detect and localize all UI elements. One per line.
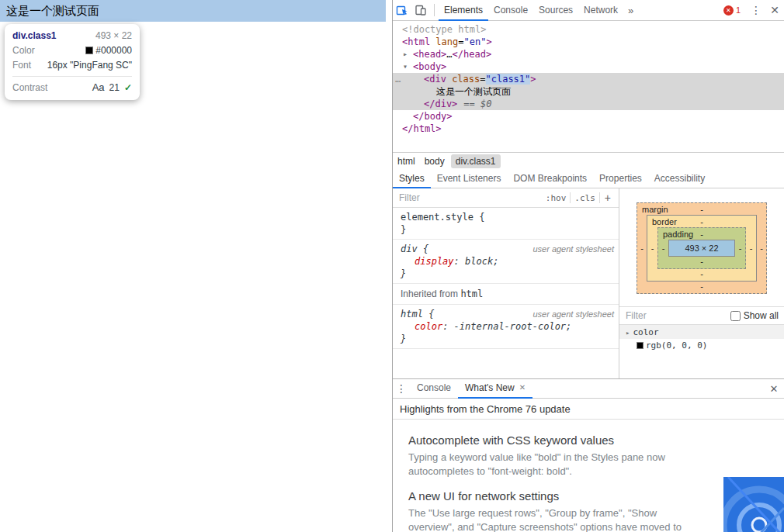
- box-model-border[interactable]: border- - padding- - 493 × 22: [647, 215, 757, 282]
- show-all-toggle[interactable]: Show all: [730, 310, 779, 321]
- drawer-tab-bar: ⋮ Console What's New ✕ ✕: [393, 379, 784, 399]
- tab-console[interactable]: Console: [488, 0, 533, 21]
- box-model-margin[interactable]: margin- - border- - padding-: [637, 202, 767, 294]
- drawer-tab-whats-new[interactable]: What's New ✕: [458, 379, 532, 399]
- tooltip-contrast-label: Contrast: [12, 82, 47, 93]
- inspected-element-highlight[interactable]: 这是一个测试页面: [0, 0, 386, 22]
- inspect-element-icon[interactable]: [393, 1, 411, 19]
- contrast-value: 21: [109, 82, 120, 93]
- drawer-tab-console[interactable]: Console: [410, 379, 458, 399]
- page-div-text: 这是一个测试页面: [6, 4, 99, 17]
- toolbar-separator: [434, 4, 435, 16]
- tooltip-font-value: 16px "PingFang SC": [47, 60, 132, 71]
- gutter-more-icon[interactable]: …: [395, 73, 401, 85]
- breadcrumb-html[interactable]: html: [393, 154, 420, 168]
- color-swatch: [637, 342, 644, 349]
- breadcrumb-body[interactable]: body: [420, 154, 449, 168]
- tab-dom-breakpoints[interactable]: DOM Breakpoints: [507, 169, 593, 188]
- sidebar-tabs: Styles Event Listeners DOM Breakpoints P…: [393, 169, 784, 188]
- color-swatch: [85, 47, 93, 54]
- error-badge[interactable]: ✕ 1: [723, 5, 741, 16]
- computed-value-color: rgb(0, 0, 0): [619, 339, 784, 351]
- tab-elements[interactable]: Elements: [439, 0, 488, 21]
- styles-pane: :hov .cls + element.style { } user agent…: [393, 188, 784, 378]
- inspect-tooltip: div.class1 493 × 22 Color #000000 Font 1…: [5, 24, 140, 100]
- rule-element-style[interactable]: element.style { }: [393, 208, 619, 240]
- tab-properties[interactable]: Properties: [593, 169, 648, 188]
- tooltip-divider: [12, 76, 132, 77]
- rule-html-ua[interactable]: user agent stylesheet html { color: -int…: [393, 305, 619, 349]
- declaration-color[interactable]: color: -internal-root-color;: [401, 320, 614, 333]
- section-body: Typing a keyword value like "bold" in th…: [408, 451, 688, 478]
- tooltip-font-label: Font: [12, 60, 31, 71]
- tree-body-close[interactable]: </body>: [393, 110, 784, 123]
- tree-html-open[interactable]: <html lang="en">: [393, 36, 784, 48]
- drawer-close-icon[interactable]: ✕: [764, 383, 784, 395]
- tree-div-open[interactable]: … <div class="class1">: [393, 73, 784, 85]
- close-tab-icon[interactable]: ✕: [519, 378, 526, 397]
- rule-origin: user agent stylesheet: [532, 308, 614, 320]
- toggle-element-classes-button[interactable]: .cls: [571, 193, 599, 203]
- tree-doctype[interactable]: <!doctype html>: [393, 23, 784, 36]
- drawer: ⋮ Console What's New ✕ ✕ Highlights from…: [393, 378, 784, 532]
- error-count: 1: [736, 5, 741, 15]
- inherited-html-link[interactable]: html: [460, 288, 483, 299]
- styles-filter-input[interactable]: [399, 192, 542, 203]
- rule-div-ua[interactable]: user agent stylesheet div { display: blo…: [393, 240, 619, 284]
- tab-accessibility[interactable]: Accessibility: [648, 169, 711, 188]
- tooltip-dimensions: 493 × 22: [95, 30, 132, 41]
- tree-html-close[interactable]: </html>: [393, 123, 784, 135]
- tab-sources[interactable]: Sources: [533, 0, 578, 21]
- expand-icon[interactable]: ▸: [626, 329, 630, 337]
- box-model-content[interactable]: 493 × 22: [668, 240, 735, 257]
- whats-new-header: Highlights from the Chrome 76 update: [393, 399, 784, 420]
- tab-styles[interactable]: Styles: [393, 169, 431, 188]
- devtools-panel: Elements Console Sources Network » ✕ 1 ⋮…: [392, 0, 784, 532]
- tooltip-color-value: #000000: [95, 45, 132, 56]
- whats-new-content: Autocomplete with CSS keyword values Typ…: [393, 420, 784, 532]
- styles-rules-column: :hov .cls + element.style { } user agent…: [393, 188, 619, 378]
- rule-origin: user agent stylesheet: [532, 243, 614, 255]
- tooltip-contrast-row: Contrast Aa 21 ✓: [12, 81, 132, 93]
- whats-new-artwork: [723, 477, 784, 532]
- inherited-from-header: Inherited from html: [393, 284, 619, 305]
- devtools-menu-icon[interactable]: ⋮: [747, 1, 765, 19]
- tooltip-selector: div.class1: [12, 30, 56, 41]
- computed-property-color[interactable]: ▸ color: [619, 325, 784, 339]
- style-rules-list: element.style { } user agent stylesheet …: [393, 208, 619, 349]
- selected-node-marker: == $0: [463, 98, 491, 109]
- drawer-menu-icon[interactable]: ⋮: [393, 382, 410, 395]
- devtools-close-icon[interactable]: ✕: [765, 1, 784, 19]
- computed-filter-input[interactable]: [626, 310, 730, 321]
- new-style-rule-button[interactable]: +: [600, 192, 616, 204]
- declaration-display[interactable]: display: block;: [401, 255, 614, 268]
- tab-event-listeners[interactable]: Event Listeners: [431, 169, 508, 188]
- breadcrumb: html body div.class1: [393, 152, 784, 169]
- tab-network[interactable]: Network: [578, 0, 623, 21]
- tooltip-font-row: Font 16px "PingFang SC": [12, 60, 132, 71]
- tree-head[interactable]: ▸ <head>…</head>: [393, 48, 784, 60]
- toggle-hover-state-button[interactable]: :hov: [542, 193, 571, 203]
- collapse-icon[interactable]: ▾: [403, 60, 408, 73]
- device-toolbar-icon[interactable]: [411, 1, 430, 19]
- box-model-padding[interactable]: padding- - 493 × 22 - -: [657, 227, 746, 269]
- tree-body-open[interactable]: ▾ <body>: [393, 60, 784, 73]
- computed-sidebar: margin- - border- - padding-: [619, 188, 784, 378]
- more-tabs-icon[interactable]: »: [623, 5, 638, 16]
- contrast-sample: Aa: [92, 81, 105, 93]
- whats-new-section: Autocomplete with CSS keyword values Typ…: [408, 434, 784, 478]
- section-title[interactable]: Autocomplete with CSS keyword values: [408, 434, 784, 447]
- styles-toolbar: :hov .cls +: [393, 188, 619, 208]
- inspect-cursor-icon: [396, 4, 408, 16]
- browser-page: 这是一个测试页面 div.class1 493 × 22 Color #0000…: [0, 0, 392, 532]
- expand-icon[interactable]: ▸: [403, 48, 408, 60]
- show-all-checkbox[interactable]: [730, 311, 741, 321]
- device-icon: [415, 4, 427, 16]
- tree-div-close[interactable]: </div>== $0: [393, 98, 784, 110]
- breadcrumb-div-class1[interactable]: div.class1: [451, 154, 501, 168]
- tooltip-color-label: Color: [12, 45, 35, 56]
- computed-filter-bar: Show all: [619, 306, 784, 325]
- tree-div-text[interactable]: 这是一个测试页面: [393, 85, 784, 98]
- devtools-toolbar: Elements Console Sources Network » ✕ 1 ⋮…: [393, 0, 784, 21]
- section-body: The "Use large request rows", "Group by …: [408, 506, 688, 532]
